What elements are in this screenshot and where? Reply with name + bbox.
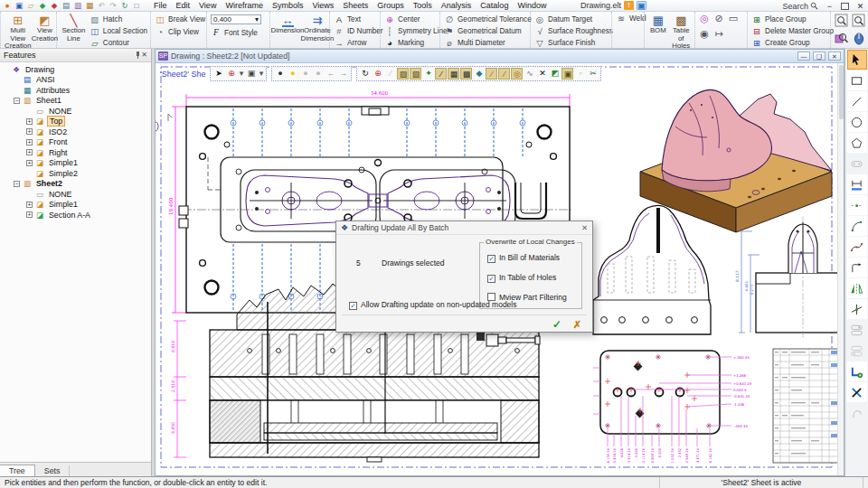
section-line-button[interactable]: ╲Section Line	[61, 14, 87, 42]
bom-button[interactable]: ▦BOM	[648, 14, 668, 35]
table-of-holes-button[interactable]: ▩Table of Holes	[671, 14, 692, 49]
ucs-tool[interactable]	[847, 361, 867, 381]
menu-views[interactable]: Views	[307, 1, 338, 10]
swatch-tool-icon[interactable]: ▣	[561, 68, 573, 80]
bill-of-materials-row[interactable]: ✓In Bill of Materials	[487, 253, 560, 263]
menu-file[interactable]: File	[149, 1, 172, 10]
slot-tool[interactable]	[847, 154, 867, 174]
collapse-icon[interactable]	[14, 98, 20, 104]
window-layout-button[interactable]: □	[131, 1, 142, 11]
expand-icon[interactable]	[26, 128, 33, 135]
table-of-holes-row[interactable]: ✓In Table of Holes	[487, 273, 556, 283]
geometrical-datum-button[interactable]: ⚑Geometrical Datum	[444, 26, 532, 36]
ghost-tool-icon[interactable]: ▫	[574, 68, 586, 80]
dimension-button[interactable]: ↔Dimension	[274, 14, 301, 35]
corner-tool-icon[interactable]: ◩	[549, 68, 561, 80]
menu-edit[interactable]: Edit	[172, 1, 195, 10]
bulb-off-icon[interactable]: ●	[299, 68, 311, 80]
regen-button[interactable]: ↻	[119, 1, 130, 11]
allow-update-row[interactable]: ✓Allow Drafting update on non-updated mo…	[349, 300, 516, 310]
menu-view[interactable]: View	[194, 1, 221, 10]
view-creation-button[interactable]: ◩View Creation	[33, 14, 55, 42]
drawing-canvas[interactable]: 34.600 19.400	[156, 63, 844, 475]
save-button[interactable]: ▣	[14, 1, 24, 11]
expand-icon[interactable]	[26, 211, 33, 218]
surface-finish-button[interactable]: ▽Surface Finish	[534, 38, 613, 48]
allow-update-checkbox[interactable]: ✓	[349, 302, 357, 310]
bulb-yellow-icon[interactable]: ●	[287, 68, 298, 80]
bulb-off-icon[interactable]: ●	[312, 68, 324, 80]
spline-tool[interactable]	[847, 237, 867, 257]
table-of-holes-checkbox[interactable]: ✓	[487, 275, 495, 283]
tree-item-section-aa[interactable]: ◪Section A-A	[26, 210, 151, 221]
import-button[interactable]: ◆	[49, 1, 60, 11]
place-group-button[interactable]: ⊞Place Group	[751, 14, 834, 24]
text-button[interactable]: AText	[334, 14, 383, 24]
panel-close-icon[interactable]: ✕	[141, 52, 147, 59]
display-button[interactable]: ▤	[61, 1, 71, 11]
copy-button[interactable]: ▦	[84, 1, 95, 11]
print-button[interactable]: ▥	[72, 1, 83, 11]
close-button[interactable]: ✕	[854, 1, 866, 12]
tree-item-right[interactable]: ◪Right	[26, 147, 151, 158]
hole-mark-circle-icon[interactable]: ◎	[699, 14, 710, 29]
polygon-tool[interactable]	[847, 133, 867, 153]
dimension-tool[interactable]	[847, 174, 867, 194]
hatch-button[interactable]: ▨Hatch	[90, 14, 147, 24]
symmetry-line-button[interactable]: ┆Symmetry Line	[384, 26, 448, 36]
menu-sheets[interactable]: Sheets	[338, 1, 373, 10]
minimize-button[interactable]: −	[824, 1, 835, 12]
leader-tool[interactable]	[847, 258, 867, 277]
geometrical-tolerance-button[interactable]: ∅Geometrical Tolerance	[444, 14, 532, 24]
pick-arrow-icon[interactable]: ➤	[212, 68, 224, 80]
tree-item-simple2[interactable]: ◪Simple2	[26, 168, 151, 179]
tree-item-sheet2[interactable]: ▥Sheet2	[14, 179, 151, 190]
tree-item-front[interactable]: ◪Front	[26, 137, 151, 148]
export-button[interactable]: ◆	[37, 1, 48, 11]
create-group-button[interactable]: ⊞Create Group	[751, 38, 834, 48]
zoom-icon[interactable]	[852, 14, 866, 28]
marking-button[interactable]: ◕Marking	[384, 38, 448, 48]
toolbox-tool[interactable]	[847, 382, 867, 402]
window-state-icon[interactable]: ▣	[637, 1, 646, 10]
next-icon[interactable]: →	[337, 68, 349, 80]
restore-button[interactable]	[841, 3, 849, 10]
sheet-link-label[interactable]: 'Sheet2' She	[160, 70, 205, 79]
target-tool-icon[interactable]: ◎	[511, 68, 523, 80]
menu-groups[interactable]: Groups	[373, 1, 409, 10]
star-icon[interactable]: ✦	[422, 68, 434, 80]
search-box[interactable]: Search	[782, 2, 818, 11]
hole-dim-icon[interactable]: ↦	[713, 29, 724, 44]
delete-master-group-button[interactable]: ⊟Delete Master Group	[751, 26, 834, 36]
expand-icon[interactable]	[26, 139, 33, 145]
menu-window[interactable]: Window	[513, 1, 551, 10]
expand-icon[interactable]	[26, 160, 33, 166]
expand-icon[interactable]	[26, 202, 33, 208]
pick-rotate-icon[interactable]: ⊕	[225, 68, 237, 80]
regen-icon[interactable]: ⊕	[372, 68, 383, 80]
bulb-on-icon[interactable]: ●	[274, 68, 286, 80]
prev-icon[interactable]: ←	[325, 68, 336, 80]
update-view-icon[interactable]: ↻	[359, 68, 371, 80]
tree-item-drawing[interactable]: ❖Drawing	[3, 64, 151, 75]
table-tool-icon[interactable]: ▩	[460, 68, 472, 80]
select-tool[interactable]	[847, 50, 867, 70]
view-label-tool[interactable]	[847, 320, 867, 340]
dialog-close-icon[interactable]: ✕	[581, 223, 588, 232]
tree-item-sheet1[interactable]: ▥Sheet1	[14, 96, 151, 107]
rectangle-tool[interactable]	[847, 70, 867, 90]
scissors-tool-icon[interactable]: ✂	[587, 68, 599, 80]
slash-tool-icon[interactable]: ∕	[486, 68, 497, 80]
mirror-tool[interactable]	[847, 278, 867, 298]
contour-button[interactable]: ▱Contour	[90, 38, 147, 48]
line-tool[interactable]	[847, 91, 867, 111]
menu-wireframe[interactable]: Wireframe	[221, 1, 268, 10]
id-number-button[interactable]: #ID Number	[334, 26, 383, 36]
drafting-update-dialog[interactable]: ❖ Drafting Update All By Batch ✕ 5 Drawi…	[335, 221, 593, 333]
font-style-button[interactable]: FFont Style	[211, 28, 261, 38]
grid-tool-icon[interactable]: ▦	[448, 68, 459, 80]
ok-button[interactable]: ✓	[552, 318, 561, 331]
redo-button[interactable]: ↷	[108, 1, 118, 11]
arc-tool[interactable]	[847, 216, 867, 236]
view-label2-tool[interactable]	[847, 341, 867, 361]
